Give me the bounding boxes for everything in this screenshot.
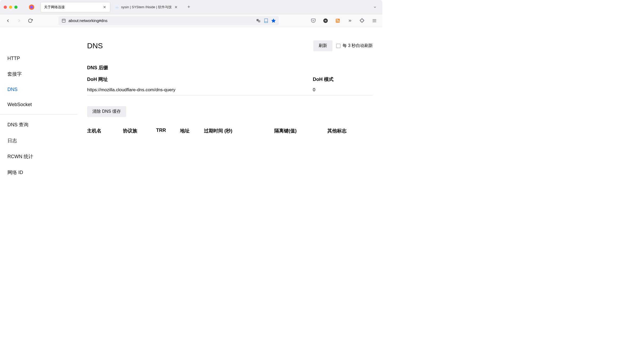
tab-inactive[interactable]: ☁️ sysin | SYStem INside | 软件与技 ✕ (112, 2, 181, 12)
tab-active[interactable]: 关于网络连接 ✕ (41, 2, 110, 12)
tab-label: 关于网络连接 (44, 5, 100, 10)
clear-cache-section: 清除 DNS 缓存 (87, 106, 373, 117)
back-button[interactable] (4, 16, 12, 25)
tab-strip: 关于网络连接 ✕ ☁️ sysin | SYStem INside | 软件与技… (41, 2, 379, 12)
doh-table-header: DoH 网址 DoH 模式 (87, 74, 373, 85)
svg-text:A: A (259, 20, 260, 22)
url-bar[interactable]: about:networking#dns 文A (58, 16, 279, 25)
page-title: DNS (87, 42, 103, 50)
navigation-toolbar: about:networking#dns 文A N (0, 14, 382, 27)
clear-dns-cache-button[interactable]: 清除 DNS 缓存 (87, 106, 126, 117)
refresh-button[interactable]: 刷新 (313, 40, 332, 51)
svg-rect-2 (62, 19, 65, 22)
dns-suffix-section: DNS 后缀 (87, 64, 373, 71)
svg-point-1 (30, 6, 33, 8)
reload-button[interactable] (26, 16, 35, 25)
forward-button[interactable] (15, 16, 23, 25)
rss-icon[interactable] (334, 16, 342, 25)
col-family: 协议族 (123, 128, 156, 134)
auto-refresh-control[interactable]: 每 3 秒自动刷新 (336, 43, 373, 49)
sidebar-item-websocket[interactable]: WebSocket (0, 97, 78, 112)
doh-table: DoH 网址 DoH 模式 https://mozilla.cloudflare… (87, 74, 373, 96)
window-close-button[interactable] (4, 6, 7, 9)
sidebar-item-dns-lookup[interactable]: DNS 查询 (0, 117, 78, 133)
window-minimize-button[interactable] (9, 6, 12, 9)
doh-table-row: https://mozilla.cloudflare-dns.com/dns-q… (87, 85, 373, 96)
svg-point-12 (336, 21, 337, 22)
new-tab-button[interactable]: + (185, 3, 193, 11)
doh-mode-value: 0 (313, 87, 373, 93)
sidebar-item-sockets[interactable]: 套接字 (0, 66, 78, 82)
url-text: about:networking#dns (69, 18, 254, 23)
firefox-logo-icon (29, 4, 35, 10)
tab-label: sysin | SYStem INside | 软件与技 (121, 5, 172, 10)
svg-marker-8 (271, 18, 276, 23)
menu-icon[interactable] (370, 16, 379, 25)
tab-close-icon[interactable]: ✕ (174, 5, 178, 9)
tab-close-icon[interactable]: ✕ (102, 5, 107, 9)
content-header: DNS 刷新 每 3 秒自动刷新 (87, 40, 373, 51)
sidebar-item-network-id[interactable]: 网络 ID (0, 164, 78, 180)
window-controls (4, 6, 18, 9)
content-panel: DNS 刷新 每 3 秒自动刷新 DNS 后缀 DoH 网址 DoH 模式 ht… (78, 27, 382, 223)
sidebar: HTTP 套接字 DNS WebSocket DNS 查询 日志 RCWN 统计… (0, 27, 78, 223)
toolbar-right: N (309, 16, 379, 25)
doh-url-value: https://mozilla.cloudflare-dns.com/dns-q… (87, 87, 313, 93)
notion-icon[interactable]: N (321, 16, 330, 25)
overflow-icon[interactable] (346, 16, 354, 25)
main-content: HTTP 套接字 DNS WebSocket DNS 查询 日志 RCWN 统计… (0, 27, 382, 223)
col-address: 地址 (180, 128, 204, 134)
translate-icon[interactable]: 文A (256, 18, 261, 23)
dns-suffix-label: DNS 后缀 (87, 64, 373, 71)
window-maximize-button[interactable] (14, 6, 18, 9)
sidebar-item-rcwn[interactable]: RCWN 统计 (0, 149, 78, 164)
dns-table-header: 主机名 协议族 TRR 地址 过期时间 (秒) 隔离键(值) 其他标志 (87, 125, 373, 137)
col-isolation: 隔离键(值) (274, 128, 327, 134)
pocket-icon[interactable] (309, 16, 318, 25)
header-controls: 刷新 每 3 秒自动刷新 (313, 40, 373, 51)
col-flags: 其他标志 (327, 128, 373, 134)
col-hostname: 主机名 (87, 128, 123, 134)
page-info-icon[interactable] (61, 18, 66, 23)
col-trr: TRR (156, 128, 180, 134)
tab-favicon-icon: ☁️ (115, 5, 119, 9)
sidebar-item-dns[interactable]: DNS (0, 82, 78, 97)
tabs-overflow-button[interactable] (371, 3, 379, 11)
svg-text:文: 文 (257, 19, 259, 21)
sidebar-item-http[interactable]: HTTP (0, 51, 78, 66)
bookmark-star-icon[interactable] (271, 18, 276, 23)
window-titlebar: 关于网络连接 ✕ ☁️ sysin | SYStem INside | 软件与技… (0, 0, 382, 14)
sidebar-item-logging[interactable]: 日志 (0, 133, 78, 149)
auto-refresh-label: 每 3 秒自动刷新 (343, 43, 373, 49)
sidebar-divider (0, 114, 78, 115)
col-expire: 过期时间 (秒) (204, 128, 274, 134)
extensions-icon[interactable] (358, 16, 366, 25)
doh-url-header: DoH 网址 (87, 76, 313, 83)
auto-refresh-checkbox[interactable] (336, 44, 340, 48)
reader-mode-icon[interactable] (263, 18, 269, 23)
doh-mode-header: DoH 模式 (313, 76, 373, 83)
svg-text:N: N (325, 19, 327, 22)
